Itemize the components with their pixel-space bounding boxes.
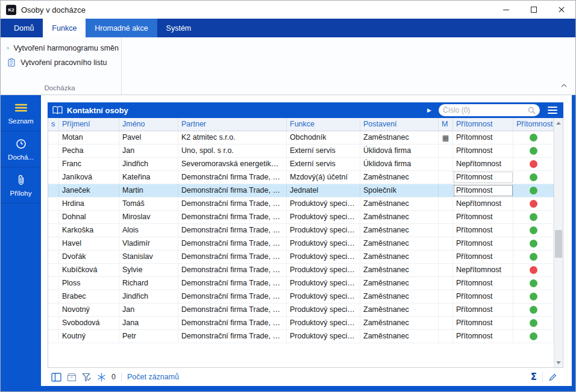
table-row[interactable]: Dvořák Stanislav Demonstrační firma Trad… <box>48 250 554 264</box>
cell-m[interactable] <box>439 184 453 197</box>
cell-position[interactable]: Zaměstnanec <box>360 330 439 343</box>
cell-position[interactable]: Zaměstnanec <box>360 303 439 316</box>
table-row[interactable]: Janíková Kateřina Demonstrační firma Tra… <box>48 171 554 184</box>
cell-function[interactable]: Externí servis <box>287 145 360 157</box>
cell-surname[interactable]: Novotný <box>59 303 119 316</box>
cell-firstname[interactable]: Richard <box>119 277 178 290</box>
cell-m[interactable] <box>439 237 453 250</box>
cell-partner[interactable]: Demonstrační firma Trade, … <box>178 303 287 316</box>
cell-presence[interactable]: Přítomnost <box>453 211 513 223</box>
cell-function[interactable]: Produktový speci… <box>287 198 360 210</box>
cell-s[interactable] <box>48 184 59 197</box>
table-row[interactable]: Ploss Richard Demonstrační firma Trade, … <box>48 277 554 290</box>
cell-m[interactable] <box>439 171 453 184</box>
scroll-down-button[interactable] <box>554 358 563 367</box>
cell-s[interactable] <box>48 131 59 144</box>
cell-partner[interactable]: Uno, spol. s r.o. <box>178 145 287 157</box>
cell-s[interactable] <box>48 198 59 210</box>
cell-m[interactable] <box>439 158 453 170</box>
cell-presence-status[interactable] <box>513 277 554 290</box>
cell-function[interactable]: Externí servis <box>287 158 360 170</box>
cell-function[interactable]: Produktový speci… <box>287 250 360 263</box>
cell-firstname[interactable]: Miroslav <box>119 211 178 223</box>
cell-presence[interactable]: Přítomnost <box>453 145 513 157</box>
cell-m[interactable] <box>439 264 453 276</box>
cell-partner[interactable]: Demonstrační firma Trade, … <box>178 224 287 237</box>
cell-presence[interactable]: Přítomnost <box>453 317 513 329</box>
cell-firstname[interactable]: Kateřina <box>119 171 178 184</box>
cell-s[interactable] <box>48 211 59 223</box>
cell-presence-status[interactable] <box>513 171 554 184</box>
ribbon-collapse-button[interactable] <box>561 79 567 90</box>
cell-firstname[interactable]: Jan <box>119 303 178 316</box>
vertical-scrollbar[interactable] <box>554 118 563 367</box>
cell-partner[interactable]: Demonstrační firma Trade, … <box>178 317 287 329</box>
cell-position[interactable]: Společník <box>360 184 439 197</box>
table-row[interactable]: Motan Pavel K2 atmitec s.r.o. Obchodník … <box>48 131 554 145</box>
cell-surname[interactable]: Hrdina <box>59 198 119 210</box>
cell-presence-status[interactable] <box>513 264 554 276</box>
search-input[interactable] <box>443 106 528 114</box>
cell-presence[interactable]: Přítomnost <box>453 131 513 144</box>
minimize-button[interactable] <box>492 1 520 19</box>
cell-s[interactable] <box>48 237 59 250</box>
sidebar-item-prilohy[interactable]: Přílohy <box>1 167 41 204</box>
cell-surname[interactable]: Dohnal <box>59 211 119 223</box>
columns-button[interactable] <box>51 373 61 382</box>
cell-m[interactable] <box>439 224 453 237</box>
package-button[interactable] <box>67 373 77 382</box>
cell-s[interactable] <box>48 145 59 157</box>
scroll-thumb[interactable] <box>555 230 562 258</box>
cell-presence[interactable]: Přítomnost <box>453 290 513 303</box>
table-row[interactable]: Pecha Jan Uno, spol. s r.o. Externí serv… <box>48 145 554 158</box>
filter-button[interactable] <box>82 373 92 382</box>
cell-s[interactable] <box>48 250 59 263</box>
cell-function[interactable]: Produktový speci… <box>287 303 360 316</box>
panel-menu-button[interactable] <box>545 104 560 116</box>
cell-s[interactable] <box>48 303 59 316</box>
cell-position[interactable]: Zaměstnanec <box>360 290 439 303</box>
cell-presence-status[interactable] <box>513 250 554 263</box>
cell-m[interactable] <box>439 317 453 329</box>
table-row[interactable]: Brabec Jindřich Demonstrační firma Trade… <box>48 290 554 303</box>
cell-function[interactable]: Produktový speci… <box>287 317 360 329</box>
cell-surname[interactable]: Janíková <box>59 171 119 184</box>
cell-partner[interactable]: Demonstrační firma Trade, … <box>178 171 287 184</box>
cell-s[interactable] <box>48 158 59 170</box>
cell-surname[interactable]: Kubíčková <box>59 264 119 276</box>
cell-function[interactable]: Produktový speci… <box>287 264 360 276</box>
cell-position[interactable]: Zaměstnanec <box>360 237 439 250</box>
cell-position[interactable]: Úklidová firma <box>360 145 439 157</box>
cell-presence-status[interactable] <box>513 198 554 210</box>
cell-partner[interactable]: Demonstrační firma Trade, … <box>178 211 287 223</box>
table-row[interactable]: Koutný Petr Demonstrační firma Trade, … … <box>48 330 554 343</box>
col-header-funkce[interactable]: Funkce <box>287 118 360 131</box>
cell-partner[interactable]: Demonstrační firma Trade, … <box>178 198 287 210</box>
maximize-button[interactable] <box>520 1 548 19</box>
edit-button[interactable] <box>548 373 557 382</box>
sum-button[interactable]: Σ <box>531 372 537 382</box>
detail-arrow-icon[interactable]: ▶ <box>427 107 431 113</box>
col-header-jmeno[interactable]: Jméno <box>119 118 178 131</box>
table-row[interactable]: Havel Vladimír Demonstrační firma Trade,… <box>48 237 554 250</box>
table-row[interactable]: Janeček Martin Demonstrační firma Trade,… <box>48 184 554 198</box>
cell-firstname[interactable]: Jana <box>119 317 178 329</box>
cell-partner[interactable]: Demonstrační firma Trade, … <box>178 237 287 250</box>
cell-presence-status[interactable] <box>513 211 554 223</box>
cell-presence[interactable]: Přítomnost <box>453 171 513 184</box>
cell-presence[interactable]: Přítomnost <box>453 250 513 263</box>
cell-presence[interactable]: Přítomnost <box>453 237 513 250</box>
cell-partner[interactable]: Severomoravská energetik… <box>178 158 287 170</box>
cell-partner[interactable]: Demonstrační firma Trade, … <box>178 330 287 343</box>
cell-function[interactable]: Produktový speci… <box>287 224 360 237</box>
cell-m[interactable]: ▦ <box>439 131 453 144</box>
cell-s[interactable] <box>48 317 59 329</box>
cell-function[interactable]: Mzdový(á) účetní <box>287 171 360 184</box>
cell-presence[interactable]: Přítomnost <box>453 330 513 343</box>
table-row[interactable]: Svobodová Jana Demonstrační firma Trade,… <box>48 317 554 330</box>
cell-function[interactable]: Produktový speci… <box>287 211 360 223</box>
snowflake-button[interactable] <box>97 373 106 382</box>
cell-presence-status[interactable] <box>513 131 554 144</box>
cell-m[interactable] <box>439 211 453 223</box>
tab-domu[interactable]: Domů <box>5 19 43 37</box>
